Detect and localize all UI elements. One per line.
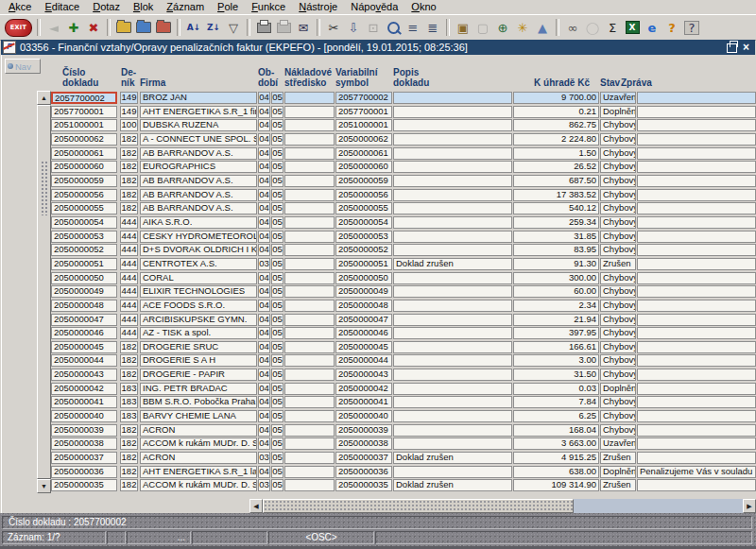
cislo-dokladu-cell[interactable]: 2050000041 xyxy=(51,396,117,408)
popis-dokladu-cell[interactable] xyxy=(393,202,512,214)
k-uhrade-cell[interactable]: 540.12 xyxy=(513,202,599,214)
print-icon[interactable] xyxy=(254,19,273,37)
popis-dokladu-cell[interactable]: Doklad zrušen xyxy=(393,452,512,464)
obdobi-mesic-cell[interactable]: 04 xyxy=(258,383,270,395)
obdobi-mesic-cell[interactable]: 04 xyxy=(258,424,270,437)
denik-cell[interactable]: 444 xyxy=(120,231,138,243)
horizontal-scroll-thumb[interactable] xyxy=(263,499,574,513)
k-uhrade-cell[interactable]: 0.21 xyxy=(513,106,599,118)
variabilni-symbol-cell[interactable]: 2050000041 xyxy=(335,396,392,408)
denik-cell[interactable]: 182 xyxy=(120,437,138,450)
obdobi-mesic-cell[interactable]: 04 xyxy=(258,161,270,173)
menu-akce[interactable]: Akce xyxy=(2,0,38,14)
variabilni-symbol-cell[interactable]: 2050000043 xyxy=(335,369,392,381)
zprava-cell[interactable] xyxy=(637,161,756,173)
prism-icon[interactable]: ▲ xyxy=(533,19,552,37)
popis-dokladu-cell[interactable] xyxy=(393,161,512,173)
popis-dokladu-cell[interactable] xyxy=(393,175,512,187)
zprava-cell[interactable] xyxy=(637,258,756,270)
k-uhrade-cell[interactable]: 3.00 xyxy=(513,354,599,367)
execute-query-icon[interactable] xyxy=(134,19,153,37)
obdobi-rok-cell[interactable]: 05 xyxy=(271,119,284,131)
denik-cell[interactable]: 182 xyxy=(120,354,138,367)
popis-dokladu-cell[interactable] xyxy=(393,354,512,367)
zprava-cell[interactable] xyxy=(637,341,756,353)
stav-cell[interactable]: Chybový xyxy=(600,285,636,298)
obdobi-rok-cell[interactable]: 05 xyxy=(271,396,284,408)
cislo-dokladu-cell[interactable]: 2050000036 xyxy=(51,466,117,478)
copy-icon[interactable]: ⊡ xyxy=(364,19,383,37)
nakladove-stredisko-cell[interactable] xyxy=(284,119,335,131)
stav-cell[interactable]: Chybový xyxy=(600,147,636,160)
denik-cell[interactable]: 182 xyxy=(120,147,138,160)
search-icon[interactable] xyxy=(384,19,403,37)
cancel-query-icon[interactable] xyxy=(154,19,173,37)
firma-cell[interactable]: ACE FOODS S.R.O. xyxy=(140,300,257,312)
zprava-cell[interactable] xyxy=(637,175,756,187)
firma-cell[interactable]: AZ - TISK a spol. xyxy=(140,327,257,339)
zprava-cell[interactable] xyxy=(637,410,756,422)
help-icon[interactable]: ? xyxy=(682,19,701,37)
nakladove-stredisko-cell[interactable] xyxy=(284,437,335,450)
list-icon[interactable]: ≡ xyxy=(404,19,422,37)
cislo-dokladu-cell[interactable]: 2050000054 xyxy=(51,216,117,229)
stav-cell[interactable]: Chybový xyxy=(600,133,636,146)
disabled-circle-icon[interactable]: ◯ xyxy=(583,19,602,37)
variabilni-symbol-cell[interactable]: 2050000053 xyxy=(335,231,392,243)
variabilni-symbol-cell[interactable]: 2050000048 xyxy=(335,300,392,312)
globe-icon[interactable]: ⊕ xyxy=(493,19,512,37)
variabilni-symbol-cell[interactable]: 2050000045 xyxy=(335,341,392,353)
nakladove-stredisko-cell[interactable] xyxy=(284,231,335,243)
k-uhrade-cell[interactable]: 687.50 xyxy=(513,175,599,187)
popis-dokladu-cell[interactable]: Doklad zrušen xyxy=(393,479,512,491)
nakladove-stredisko-cell[interactable] xyxy=(284,92,335,104)
obdobi-rok-cell[interactable]: 05 xyxy=(271,369,284,381)
k-uhrade-cell[interactable]: 0.03 xyxy=(513,383,599,395)
stav-cell[interactable]: Chybový xyxy=(600,354,636,367)
popis-dokladu-cell[interactable] xyxy=(393,437,512,450)
denik-cell[interactable]: 182 xyxy=(120,424,138,437)
obdobi-rok-cell[interactable]: 05 xyxy=(271,92,284,104)
variabilni-symbol-cell[interactable]: 2050000054 xyxy=(335,216,392,229)
obdobi-rok-cell[interactable]: 05 xyxy=(271,244,284,256)
nakladove-stredisko-cell[interactable] xyxy=(284,133,335,146)
delete-record-icon[interactable]: ✖ xyxy=(84,19,103,37)
nakladove-stredisko-cell[interactable] xyxy=(284,479,335,491)
menu-nastroje[interactable]: Nástroje xyxy=(292,0,344,14)
zprava-cell[interactable] xyxy=(637,300,756,312)
stav-cell[interactable]: Chybový xyxy=(600,369,636,381)
excel-icon[interactable]: X xyxy=(623,19,642,37)
denik-cell[interactable]: 444 xyxy=(120,327,138,339)
zprava-cell[interactable] xyxy=(637,202,756,214)
zprava-cell[interactable] xyxy=(637,479,756,491)
menu-blok[interactable]: Blok xyxy=(127,0,160,14)
denik-cell[interactable]: 182 xyxy=(120,202,138,214)
firma-cell[interactable]: BROZ JAN xyxy=(140,92,257,104)
nakladove-stredisko-cell[interactable] xyxy=(284,285,335,298)
zprava-cell[interactable] xyxy=(637,189,756,201)
stav-cell[interactable]: Chybový xyxy=(600,327,636,339)
firma-cell[interactable]: DROGERIE S A H xyxy=(140,354,257,367)
stav-cell[interactable]: Chybový xyxy=(600,231,636,243)
zprava-cell[interactable] xyxy=(637,369,756,381)
cislo-dokladu-cell[interactable]: 2050000048 xyxy=(51,300,117,312)
firma-cell[interactable]: AB BARRANDOV A.S. xyxy=(140,175,257,187)
k-uhrade-cell[interactable]: 3 663.00 xyxy=(513,437,599,450)
popis-dokladu-cell[interactable] xyxy=(393,466,512,478)
obdobi-mesic-cell[interactable]: 04 xyxy=(258,410,270,422)
obdobi-rok-cell[interactable]: 05 xyxy=(271,354,284,367)
document-icon[interactable]: ▢ xyxy=(473,19,492,37)
nakladove-stredisko-cell[interactable] xyxy=(284,341,335,353)
k-uhrade-cell[interactable]: 4 915.25 xyxy=(513,452,599,464)
obdobi-rok-cell[interactable]: 05 xyxy=(271,133,284,146)
stav-cell[interactable]: Chybový xyxy=(600,244,636,256)
k-uhrade-cell[interactable]: 2.34 xyxy=(513,300,599,312)
zprava-cell[interactable] xyxy=(637,231,756,243)
obdobi-mesic-cell[interactable]: 04 xyxy=(258,437,270,450)
denik-cell[interactable]: 444 xyxy=(120,244,138,256)
firma-cell[interactable]: AB BARRANDOV A.S. xyxy=(140,147,257,160)
zprava-cell[interactable] xyxy=(637,396,756,408)
denik-cell[interactable]: 444 xyxy=(120,300,138,312)
nakladove-stredisko-cell[interactable] xyxy=(284,258,335,270)
nakladove-stredisko-cell[interactable] xyxy=(284,300,335,312)
